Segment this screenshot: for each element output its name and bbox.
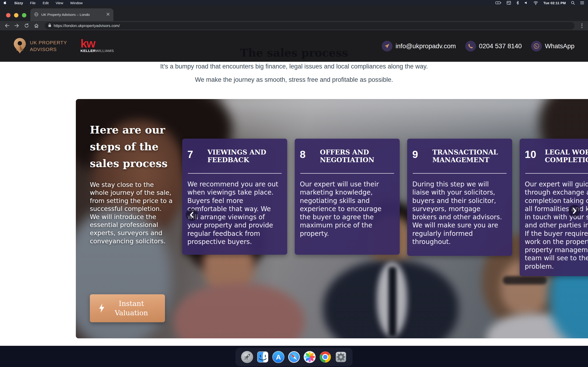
header-contacts: info@ukpropadv.com 0204 537 8140 WhatsAp…	[382, 41, 574, 51]
site-header: UK PROPERTY ADVISORS kw KELLERWILLIAMS T…	[0, 30, 588, 62]
card-divider	[413, 173, 507, 174]
send-icon	[382, 41, 392, 51]
step-card-7: 7 VIEWINGS AND FEEDBACK We recommend you…	[182, 139, 287, 255]
phone-link[interactable]: 0204 537 8140	[465, 41, 522, 51]
launchpad-icon[interactable]	[241, 351, 253, 363]
photos-icon[interactable]	[303, 351, 316, 363]
webpage: UK PROPERTY ADVISORS kw KELLERWILLIAMS T…	[0, 30, 588, 346]
kw-keller: KELLER	[80, 49, 96, 53]
browser-tab[interactable]: UK Property Advisors – Londo	[30, 8, 113, 21]
hero-paragraph: We stay close to the whole journey of th…	[90, 181, 173, 245]
dock: A	[235, 348, 353, 366]
card-divider	[300, 173, 394, 174]
zoom-window-button[interactable]	[22, 13, 26, 17]
minimize-window-button[interactable]	[14, 13, 18, 17]
email-text: info@ukpropadv.com	[396, 42, 456, 50]
keller-williams-logo: kw KELLERWILLIAMS	[80, 39, 114, 53]
step-title: LEGAL WORK AND COMPLETION	[545, 149, 588, 164]
apple-menu-icon[interactable]	[4, 1, 7, 5]
menu-edit[interactable]: Edit	[43, 1, 49, 5]
logo-text: UK PROPERTY ADVISORS	[30, 39, 67, 53]
calendar-icon[interactable]	[507, 1, 511, 5]
menubar-app-name[interactable]: Sizzy	[14, 1, 23, 5]
step-card-8: 8 OFFERS AND NEGOTIATION Our expert will…	[295, 139, 400, 255]
intro-line-2: We make the journey as smooth, stress fr…	[0, 76, 588, 83]
intro-line-1: It’s a bumpy road that encounters big fi…	[0, 63, 588, 70]
safari-icon[interactable]	[288, 351, 300, 363]
desktop-strip: A	[0, 346, 588, 367]
chrome-icon[interactable]	[319, 351, 332, 363]
browser-tabbar: UK Property Advisors – Londo	[0, 6, 588, 21]
search-icon[interactable]	[571, 1, 575, 5]
tab-title: UK Property Advisors – Londo	[41, 13, 104, 17]
card-divider	[188, 173, 282, 174]
menu-file[interactable]: File	[30, 1, 36, 5]
page-title: The sales process	[240, 46, 348, 59]
menu-view[interactable]: View	[56, 1, 63, 5]
lightning-bolt-icon	[98, 303, 105, 314]
map-pin-logo-icon	[14, 38, 26, 55]
forward-icon[interactable]	[14, 23, 20, 28]
step-title: VIEWINGS AND FEEDBACK	[208, 149, 282, 164]
menubar-clock[interactable]: Tue 02:11 PM	[544, 1, 566, 5]
url-text: https://london.ukpropertyadvisors.com/	[54, 24, 120, 28]
whatsapp-text: WhatsApp	[545, 42, 574, 50]
back-icon[interactable]	[4, 23, 10, 28]
instant-valuation-label: Instant Valuation	[105, 299, 164, 318]
instant-valuation-button[interactable]: Instant Valuation	[90, 294, 165, 322]
step-title: TRANSACTIONAL MANAGEMENT	[432, 149, 507, 164]
macos-menubar: Sizzy File Edit View Window Tue 02:11 PM	[0, 0, 588, 6]
phone-icon	[465, 41, 476, 51]
close-window-button[interactable]	[6, 13, 10, 17]
site-logo[interactable]: UK PROPERTY ADVISORS	[14, 38, 67, 55]
step-body: We recommend you are out when viewings t…	[187, 180, 279, 246]
hero-heading: Here are our steps of the sales process	[90, 122, 170, 172]
step-title: OFFERS AND NEGOTIATION	[320, 149, 395, 164]
menu-window[interactable]: Window	[70, 1, 83, 5]
card-divider	[525, 173, 588, 174]
sales-process-carousel: Here are our steps of the sales process …	[76, 99, 588, 338]
home-icon[interactable]	[34, 23, 39, 28]
globe-favicon	[34, 12, 38, 17]
email-link[interactable]: info@ukpropadv.com	[382, 41, 456, 51]
volume-icon[interactable]	[524, 1, 528, 5]
step-body: During this step we will liaise with you…	[412, 180, 504, 246]
whatsapp-link[interactable]: WhatsApp	[531, 41, 574, 51]
kw-mark: kw	[80, 39, 95, 48]
browser-menu-icon[interactable]	[580, 24, 584, 28]
carousel-prev-button[interactable]	[186, 209, 198, 221]
bluetooth-icon[interactable]	[516, 1, 519, 5]
step-number: 9	[412, 149, 424, 160]
svg-text:A: A	[276, 353, 281, 361]
address-bar[interactable]: https://london.ukpropertyadvisors.com/	[45, 22, 574, 29]
lock-icon[interactable]	[48, 23, 51, 28]
tab-close-icon[interactable]	[106, 13, 110, 17]
kw-williams: WILLIAMS	[96, 49, 114, 53]
system-preferences-icon[interactable]	[335, 351, 347, 363]
screen: Sizzy File Edit View Window Tue 02:11 PM…	[0, 0, 588, 367]
phone-text: 0204 537 8140	[479, 42, 522, 50]
step-number: 8	[300, 149, 312, 160]
step-number: 7	[187, 149, 199, 160]
step-number: 10	[525, 149, 537, 160]
step-card-9: 9 TRANSACTIONAL MANAGEMENT During this s…	[407, 139, 512, 256]
intro-copy: It’s a bumpy road that encounters big fi…	[0, 63, 588, 83]
step-body: Our expert will guide you through exchan…	[525, 180, 588, 271]
reload-icon[interactable]	[24, 23, 29, 28]
finder-icon[interactable]	[256, 351, 269, 363]
app-store-icon[interactable]: A	[272, 351, 285, 363]
carousel-next-button[interactable]	[568, 205, 580, 217]
wifi-icon[interactable]	[533, 1, 538, 5]
step-cards: 7 VIEWINGS AND FEEDBACK We recommend you…	[182, 139, 588, 276]
menu-lines-icon[interactable]	[580, 1, 584, 4]
whatsapp-icon	[531, 41, 542, 51]
battery-charging-icon[interactable]	[495, 1, 502, 5]
browser-toolbar: https://london.ukpropertyadvisors.com/	[0, 21, 588, 30]
step-body: Our expert will use their marketing know…	[300, 180, 392, 238]
